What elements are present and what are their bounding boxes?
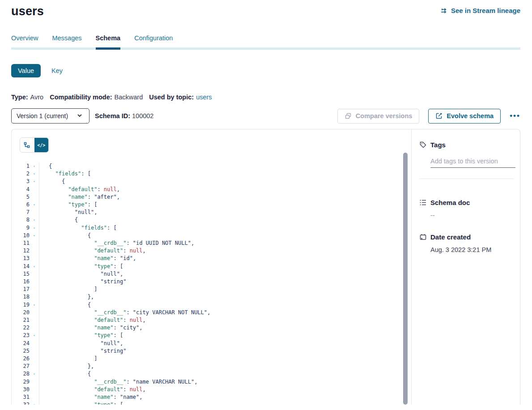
code-line: 13 "name": "id", (20, 255, 411, 262)
code-text: "__crdb__": "id UUID NOT NULL", (39, 239, 411, 247)
edit-icon (435, 112, 443, 120)
line-number: 16 (20, 278, 30, 286)
fold-arrow-icon[interactable]: ▾ (30, 332, 39, 339)
tab-overview[interactable]: Overview (11, 34, 38, 47)
fold-spacer (30, 340, 39, 347)
fold-spacer (30, 270, 39, 278)
code-line: 20 "__crdb__": "city VARCHAR NOT NULL", (20, 309, 411, 316)
fold-spacer (30, 324, 39, 332)
page-title: users (11, 4, 44, 18)
see-in-stream-lineage-link[interactable]: See in Stream lineage (440, 7, 520, 14)
fold-spacer (30, 293, 39, 301)
fold-spacer (30, 355, 39, 363)
tags-heading: Tags (419, 141, 514, 149)
code-text: "string" (39, 347, 411, 355)
evolve-schema-button[interactable]: Evolve schema (428, 109, 501, 124)
code-line: 14▾ "type": [ (20, 263, 411, 270)
version-bar: Version 1 (current) Schema ID: 100002 (11, 108, 520, 124)
schema-id-label: Schema ID: (95, 112, 130, 120)
code-line: 7 "null", (20, 209, 411, 216)
code-line: 12 "default": null, (20, 247, 411, 255)
compatibility-value: Backward (115, 94, 143, 101)
code-text: ] (39, 355, 411, 363)
code-text: "fields": [ (39, 170, 411, 178)
fold-arrow-icon[interactable]: ▾ (30, 401, 39, 405)
code-text: "name": "after", (39, 193, 411, 201)
fold-arrow-icon[interactable]: ▾ (30, 170, 39, 178)
code-text: "type": [ (39, 401, 411, 405)
line-number: 12 (20, 247, 30, 255)
tag-icon (419, 141, 427, 149)
code-view-button[interactable]: </> (34, 138, 49, 152)
tab-bar: OverviewMessagesSchemaConfiguration (11, 34, 520, 47)
used-by-topic-link[interactable]: users (196, 94, 212, 101)
code-text: "default": null, (39, 247, 411, 255)
code-text: ] (39, 286, 411, 293)
page-header: users See in Stream lineage (11, 4, 520, 18)
fold-arrow-icon[interactable]: ▾ (30, 301, 39, 309)
line-number: 27 (20, 363, 30, 370)
line-number: 26 (20, 355, 30, 363)
date-created-heading: Date created (419, 233, 514, 241)
line-number: 1 (20, 162, 30, 170)
code-line: 2▾ "fields": [ (20, 170, 411, 178)
code-line: 3▾ { (20, 178, 411, 185)
fold-spacer (30, 393, 39, 401)
schema-sidebar: Tags Schema doc -- (411, 129, 520, 405)
fold-arrow-icon[interactable]: ▾ (30, 216, 39, 224)
line-number: 3 (20, 178, 30, 185)
compare-versions-button[interactable]: Compare versions (337, 109, 420, 124)
version-select[interactable]: Version 1 (current) (11, 108, 89, 124)
fold-spacer (30, 239, 39, 247)
code-text: "fields": [ (39, 224, 411, 232)
code-text: "type": [ (39, 201, 411, 209)
code-text: "type": [ (39, 332, 411, 339)
editor-scrollbar[interactable] (403, 153, 408, 405)
code-line: 9▾ "fields": [ (20, 224, 411, 232)
key-tab-button[interactable]: Key (51, 67, 63, 74)
fold-spacer (30, 316, 39, 324)
type-label: Type: (11, 94, 28, 101)
fold-spacer (30, 347, 39, 355)
fold-spacer (30, 286, 39, 293)
tab-schema[interactable]: Schema (96, 34, 121, 47)
code-text: }, (39, 363, 411, 370)
fold-arrow-icon[interactable]: ▾ (30, 178, 39, 185)
line-number: 20 (20, 309, 30, 316)
schema-code: 1▾{2▾ "fields": [3▾ {4 "default": null,5… (20, 162, 411, 405)
code-line: 1▾{ (20, 162, 411, 170)
schema-doc-value: -- (430, 212, 514, 219)
code-text: "__crdb__": "city VARCHAR NOT NULL", (39, 309, 411, 316)
line-number: 22 (20, 324, 30, 332)
code-line: 29 "__crdb__": "name VARCHAR NULL", (20, 378, 411, 386)
line-number: 6 (20, 201, 30, 209)
tree-view-icon (23, 141, 31, 149)
code-text: { (39, 370, 411, 378)
fold-arrow-icon[interactable]: ▾ (30, 232, 39, 239)
fold-arrow-icon[interactable]: ▾ (30, 263, 39, 270)
code-line: 19▾ { (20, 301, 411, 309)
fold-spacer (30, 386, 39, 393)
code-line: 30 "default": null, (20, 386, 411, 393)
line-number: 28 (20, 370, 30, 378)
fold-spacer (30, 247, 39, 255)
tab-configuration[interactable]: Configuration (134, 34, 173, 47)
value-tab-button[interactable]: Value (11, 64, 41, 77)
line-number: 23 (20, 332, 30, 339)
line-number: 18 (20, 293, 30, 301)
code-line: 8▾ { (20, 216, 411, 224)
add-tags-input[interactable] (430, 157, 515, 168)
line-number: 11 (20, 239, 30, 247)
tab-messages[interactable]: Messages (52, 34, 81, 47)
line-number: 32 (20, 401, 30, 405)
fold-arrow-icon[interactable]: ▾ (30, 201, 39, 209)
fold-arrow-icon[interactable]: ▾ (30, 162, 39, 170)
code-line: 18 }, (20, 293, 411, 301)
fold-spacer (30, 309, 39, 316)
fold-arrow-icon[interactable]: ▾ (30, 224, 39, 232)
stream-lineage-icon (440, 7, 448, 14)
more-options-button[interactable]: ••• (510, 111, 520, 120)
tree-view-button[interactable] (20, 138, 34, 152)
code-line: 6▾ "type": [ (20, 201, 411, 209)
fold-arrow-icon[interactable]: ▾ (30, 370, 39, 378)
